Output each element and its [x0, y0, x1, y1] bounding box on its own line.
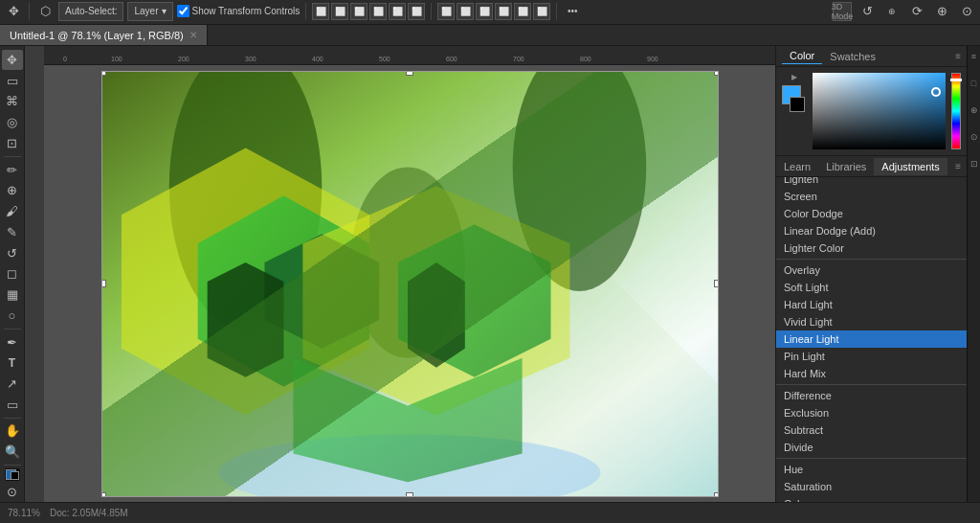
libraries-tab[interactable]: Libraries [818, 158, 874, 175]
dist-top-btn[interactable]: ⬜ [495, 3, 512, 20]
dist-middle-btn[interactable]: ⬜ [514, 3, 531, 20]
history-brush-btn[interactable]: ↺ [2, 243, 23, 263]
more-options-icon[interactable]: ••• [563, 2, 582, 21]
blend-mode-difference[interactable]: Difference [776, 387, 967, 404]
blend-mode-hard-mix[interactable]: Hard Mix [776, 365, 967, 382]
align-right-btn[interactable]: ⬜ [350, 3, 368, 20]
handle-mr[interactable] [714, 280, 719, 287]
hue-slider[interactable] [951, 73, 961, 149]
document-tabs: Untitled-1 @ 78.1% (Layer 1, RGB/8) ✕ [0, 25, 980, 46]
doc-tab-close-btn[interactable]: ✕ [189, 30, 197, 40]
transform-checkbox-input[interactable] [177, 5, 189, 17]
color-spectrum[interactable] [813, 73, 946, 149]
blend-mode-hue[interactable]: Hue [776, 461, 967, 478]
gradient-btn[interactable]: ▦ [2, 284, 23, 305]
brush-btn[interactable]: 🖌 [2, 201, 23, 221]
zoom-100-icon[interactable]: ⊕ [882, 2, 902, 21]
handle-bc[interactable] [406, 492, 413, 497]
move-tool-btn[interactable]: ✥ [2, 50, 23, 70]
blend-mode-pin-light[interactable]: Pin Light [776, 348, 967, 365]
background-color-btn[interactable] [790, 97, 805, 112]
auto-select-type[interactable]: Layer ▾ [127, 2, 172, 21]
eraser-btn[interactable]: ◻ [2, 263, 23, 284]
handle-tl[interactable] [101, 71, 106, 76]
pen-btn[interactable]: ✒ [2, 332, 23, 352]
canvas-area[interactable]: 0 100 200 300 400 500 600 700 800 900 0 … [25, 46, 775, 502]
blend-mode-lighten[interactable]: Lighten [776, 177, 967, 188]
stamp-btn[interactable]: ✎ [2, 222, 23, 242]
options-toolbar: ✥ ⬡ Auto-Select: Layer ▾ Show Transform … [0, 0, 980, 25]
blend-mode-color-dodge[interactable]: Color Dodge [776, 205, 967, 222]
panel-strip-icon-5[interactable]: ⊡ [968, 157, 981, 171]
blend-mode-exclusion[interactable]: Exclusion [776, 404, 967, 421]
blend-mode-divide[interactable]: Divide [776, 439, 967, 456]
blend-mode-color[interactable]: Color [776, 495, 967, 502]
camera-orbit-icon[interactable]: ⊙ [957, 2, 976, 21]
show-transform-checkbox[interactable]: Show Transform Controls [177, 5, 301, 17]
text-btn[interactable]: T [2, 352, 23, 373]
dist-right-btn[interactable]: ⬜ [476, 3, 493, 20]
blend-mode-linear-light[interactable]: Linear Light [776, 330, 967, 348]
panel-strip-icon-3[interactable]: ⊕ [968, 103, 981, 117]
panel-strip-icon-4[interactable]: ⊙ [968, 130, 981, 144]
shape-btn[interactable]: ▭ [2, 395, 23, 415]
show-transform-label: Show Transform Controls [192, 6, 301, 16]
handle-tc[interactable] [406, 71, 413, 76]
rotate-canvas-icon[interactable]: ↺ [858, 2, 877, 21]
blend-mode-screen[interactable]: Screen [776, 188, 967, 205]
align-center-btn[interactable]: ⬜ [331, 3, 348, 20]
crop-tool-btn[interactable]: ⊡ [2, 133, 23, 153]
blend-mode-linear-dodge-add[interactable]: Linear Dodge (Add) [776, 222, 967, 239]
camera-pan-icon[interactable]: ⊕ [932, 2, 951, 21]
blend-mode-soft-light[interactable]: Soft Light [776, 279, 967, 296]
document-tab-untitled[interactable]: Untitled-1 @ 78.1% (Layer 1, RGB/8) ✕ [0, 25, 208, 46]
camera-rotate-icon[interactable]: ⟳ [907, 2, 926, 21]
healing-brush-btn[interactable]: ⊕ [2, 180, 23, 200]
handle-br[interactable] [714, 492, 719, 497]
blend-mode-overlay[interactable]: Overlay [776, 262, 967, 279]
dist-center-btn[interactable]: ⬜ [457, 3, 474, 20]
blend-mode-vivid-light[interactable]: Vivid Light [776, 313, 967, 330]
handle-ml[interactable] [101, 280, 106, 287]
color-swatch-area: ▶ [782, 73, 807, 149]
adjustments-tab[interactable]: Adjustments [874, 158, 947, 175]
dist-left-btn[interactable]: ⬜ [437, 3, 455, 20]
blend-mode-hard-light[interactable]: Hard Light [776, 296, 967, 313]
canvas-content[interactable] [44, 65, 775, 502]
swatches-tab[interactable]: Swatches [822, 49, 883, 64]
hand-btn[interactable]: ✋ [2, 421, 23, 442]
3d-mode-btn[interactable]: 3D Mode [833, 2, 852, 21]
quick-mask-btn[interactable]: ⊙ [2, 482, 23, 502]
tools-panel: ✥ ▭ ⌘ ◎ ⊡ ✏ ⊕ 🖌 ✎ ↺ ◻ ▦ ○ ✒ T ↗ ▭ ✋ 🔍 ⊙ [0, 46, 25, 502]
dist-bottom-btn[interactable]: ⬜ [533, 3, 550, 20]
quick-select-btn[interactable]: ◎ [2, 112, 23, 132]
align-left-btn[interactable]: ⬜ [312, 3, 329, 20]
handle-bl[interactable] [101, 492, 106, 497]
color-tab[interactable]: Color [782, 48, 822, 64]
adjust-options-icon[interactable]: ≡ [955, 161, 967, 171]
panel-strip-icon-1[interactable]: ≡ [968, 50, 981, 63]
handle-tr[interactable] [714, 71, 719, 76]
color-panel-options-icon[interactable]: ≡ [955, 51, 961, 61]
color-mode-icon[interactable]: ▶ [791, 73, 797, 81]
marquee-tool-btn[interactable]: ▭ [2, 71, 23, 91]
blend-mode-lighter-color[interactable]: Lighter Color [776, 239, 967, 257]
blend-mode-saturation[interactable]: Saturation [776, 478, 967, 495]
foreground-color-swatch[interactable] [5, 468, 20, 481]
zoom-btn[interactable]: 🔍 [2, 442, 23, 462]
eyedropper-btn[interactable]: ✏ [2, 160, 23, 180]
path-select-btn[interactable]: ↗ [2, 374, 23, 394]
learn-tab[interactable]: Learn [776, 158, 818, 175]
lasso-tool-btn[interactable]: ⌘ [2, 92, 23, 112]
align-left-icon[interactable]: ⬡ [35, 2, 55, 21]
svg-point-4 [218, 434, 600, 495]
dodge-btn[interactable]: ○ [2, 306, 23, 326]
align-bottom-btn[interactable]: ⬜ [408, 3, 425, 20]
align-middle-btn[interactable]: ⬜ [389, 3, 406, 20]
tool-divider-1 [4, 156, 21, 157]
doc-size: Doc: 2.05M/4.85M [50, 508, 128, 518]
blend-mode-subtract[interactable]: Subtract [776, 421, 967, 439]
auto-select-toggle[interactable]: Auto-Select: [58, 2, 123, 21]
align-top-btn[interactable]: ⬜ [369, 3, 387, 20]
panel-strip-icon-2[interactable]: □ [968, 77, 981, 90]
